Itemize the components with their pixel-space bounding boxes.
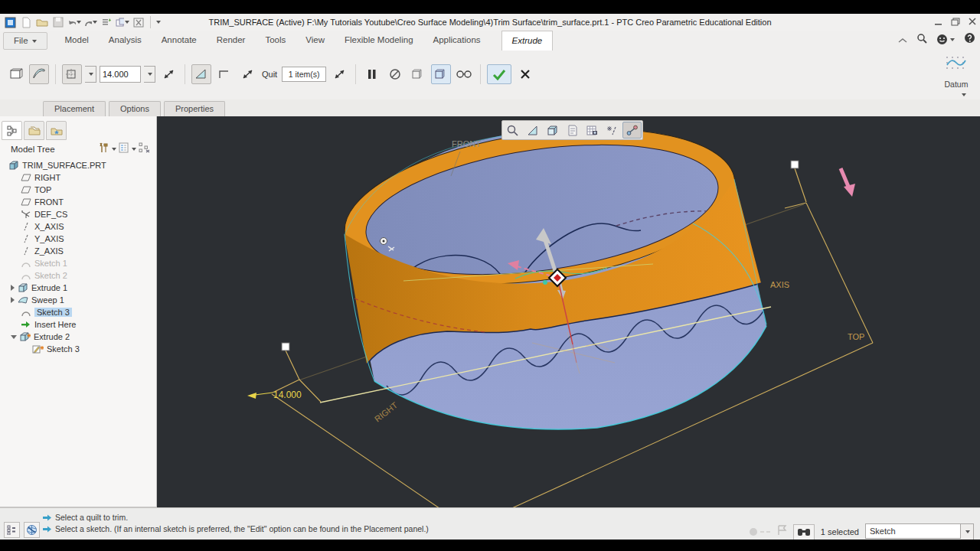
expand-icon[interactable] (11, 297, 15, 303)
tab-render[interactable]: Render (207, 31, 256, 50)
close-window-button[interactable] (132, 15, 145, 29)
regenerate-button[interactable] (100, 15, 113, 29)
new-file-button[interactable] (19, 15, 33, 29)
restore-button[interactable] (951, 15, 960, 29)
tree-item-top[interactable]: TOP (0, 184, 156, 196)
tree-item-yaxis[interactable]: Y_AXIS (0, 233, 156, 245)
tree-item-extrude2[interactable]: Extrude 2 (0, 331, 156, 343)
extrude-solid-button[interactable] (6, 64, 26, 84)
tree-item-sweep1[interactable]: Sweep 1 (0, 294, 156, 306)
expand-icon[interactable] (11, 285, 15, 291)
tab-extrude-active[interactable]: Extrude (501, 31, 554, 51)
quilt-collector[interactable]: 1 item(s) (282, 67, 326, 82)
tree-item-extrude2-sketch3[interactable]: Sketch 3 (0, 343, 156, 355)
find-binoculars-icon[interactable] (793, 524, 815, 540)
drag-handle-right[interactable] (791, 161, 799, 168)
pause-button[interactable] (362, 64, 382, 84)
redo-button[interactable] (83, 15, 97, 29)
tab-file[interactable]: File (3, 32, 47, 50)
tab-favorites-icon[interactable] (46, 121, 67, 140)
flip-material-side-button[interactable] (237, 64, 257, 84)
tree-filter-icon[interactable] (139, 142, 150, 156)
app-icon (3, 15, 17, 29)
extrude-surface-button[interactable] (29, 64, 49, 84)
save-button[interactable] (51, 15, 65, 29)
undo-button[interactable] (67, 15, 81, 29)
undo-dropdown-icon[interactable] (77, 21, 81, 24)
ok-button[interactable] (487, 64, 511, 84)
view-manager-icon[interactable] (583, 122, 602, 139)
zoom-in-icon[interactable] (503, 122, 522, 139)
unattached-preview-button[interactable] (408, 64, 428, 84)
datum-display-filters-icon[interactable] (603, 122, 622, 139)
qat-customize-icon[interactable] (156, 21, 161, 24)
tree-item-extrude1[interactable]: Extrude 1 (0, 282, 156, 294)
redo-dropdown-icon[interactable] (93, 21, 97, 24)
display-style-icon[interactable] (543, 122, 562, 139)
tab-properties[interactable]: Properties (164, 101, 225, 116)
thicken-sketch-button[interactable] (214, 64, 234, 84)
open-file-button[interactable] (35, 15, 49, 29)
cancel-button[interactable] (514, 64, 536, 84)
depth-value-input[interactable] (100, 66, 141, 83)
tab-model-tree-icon[interactable] (2, 121, 22, 140)
tree-settings-icon[interactable] (119, 142, 129, 156)
tab-applications[interactable]: Applications (423, 31, 491, 50)
windows-dropdown-icon[interactable] (125, 21, 129, 24)
datum-sketch-icon[interactable] (945, 64, 968, 77)
tab-flexible-modeling[interactable]: Flexible Modeling (335, 31, 423, 50)
tab-view[interactable]: View (296, 31, 335, 50)
filter-dropdown-icon[interactable] (961, 523, 974, 540)
tree-item-insert-here[interactable]: Insert Here (0, 318, 156, 331)
drag-handle-left[interactable] (282, 343, 289, 350)
show-annotations-icon[interactable] (563, 122, 582, 139)
datum-group-dropdown-icon[interactable] (962, 93, 966, 96)
tab-model[interactable]: Model (55, 31, 99, 50)
navigator-toggle-icon[interactable] (4, 522, 20, 538)
user-account-icon[interactable] (936, 34, 955, 45)
tree-item-part[interactable]: TRIM_SURFACE.PRT (0, 159, 156, 171)
depth-type-dropdown[interactable] (85, 66, 96, 83)
tree-item-sketch3[interactable]: Sketch 3 (0, 306, 156, 318)
minimize-button[interactable] (934, 15, 943, 29)
tree-item-zaxis[interactable]: Z_AXIS (0, 245, 156, 257)
tree-tools-icon[interactable] (98, 142, 109, 156)
tree-item-front[interactable]: FRONT (0, 196, 156, 208)
tree-item-right[interactable]: RIGHT (0, 171, 156, 184)
search-icon[interactable] (916, 33, 927, 47)
annotation-display-icon[interactable] (622, 122, 642, 139)
tree-item-sketch2[interactable]: Sketch 2 (0, 269, 156, 282)
depth-value-dropdown[interactable] (144, 66, 155, 83)
flip-depth-direction-button[interactable] (158, 64, 178, 84)
minimize-ribbon-icon[interactable] (898, 33, 907, 47)
saved-orientations-icon[interactable] (523, 122, 542, 139)
model-tree-panel: Model Tree TRIM_SURFACE.PRT RIGHT TOP FR… (0, 116, 157, 507)
axis-label: AXIS (770, 280, 789, 289)
web-browser-icon[interactable] (24, 522, 40, 538)
tab-placement[interactable]: Placement (43, 101, 106, 116)
tree-item-xaxis[interactable]: X_AXIS (0, 220, 156, 233)
tab-tools[interactable]: Tools (255, 31, 296, 50)
windows-button[interactable] (116, 15, 129, 29)
selection-filter[interactable]: Sketch (865, 523, 974, 540)
tab-analysis[interactable]: Analysis (99, 31, 152, 50)
tree-tools-dropdown-icon[interactable] (112, 148, 116, 151)
close-button[interactable] (968, 15, 977, 29)
help-icon[interactable] (964, 32, 975, 47)
graphics-area[interactable]: 14.000 FRONT AXIS TOP RIGHT (157, 116, 980, 507)
tab-options[interactable]: Options (109, 101, 161, 116)
no-preview-button[interactable] (385, 64, 405, 84)
depth-type-button[interactable] (62, 64, 82, 84)
tab-annotate[interactable]: Annotate (152, 31, 207, 50)
remove-material-button[interactable] (191, 64, 211, 84)
tree-settings-dropdown-icon[interactable] (132, 148, 136, 151)
tree-item-defcs[interactable]: DEF_CS (0, 208, 156, 220)
tree-item-sketch1[interactable]: Sketch 1 (0, 257, 156, 269)
tab-folder-browser-icon[interactable] (24, 121, 44, 140)
verify-glasses-button[interactable] (454, 64, 474, 84)
direction-arrow[interactable] (841, 168, 855, 197)
collapse-icon[interactable] (11, 335, 17, 339)
flip-trim-side-button[interactable] (329, 64, 349, 84)
attached-preview-button[interactable] (431, 64, 451, 84)
filter-value[interactable]: Sketch (865, 523, 961, 539)
